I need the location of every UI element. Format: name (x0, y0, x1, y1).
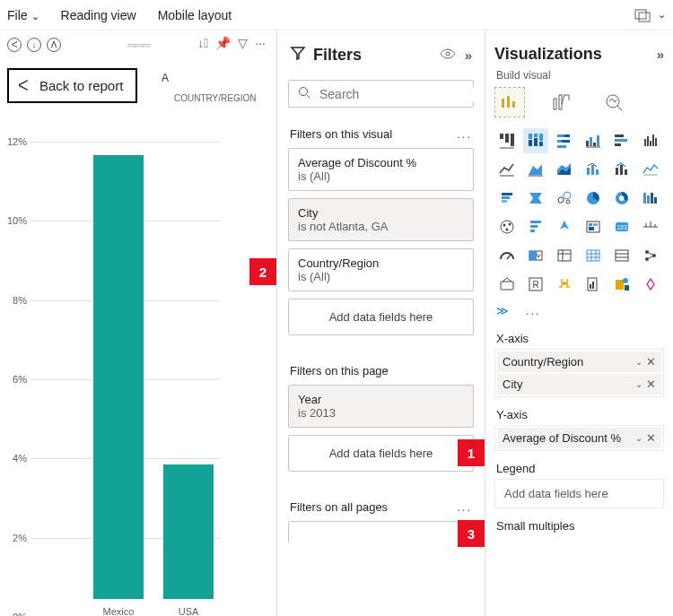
viz-type-icon[interactable] (523, 157, 548, 182)
viz-type-icon[interactable] (581, 186, 606, 211)
add-all-filter[interactable] (288, 521, 474, 543)
filter-card[interactable]: Cityis not Atlanta, GA (288, 198, 474, 241)
chevron-down-icon[interactable]: ⌄ (635, 357, 642, 367)
field-pill[interactable]: City⌄✕ (497, 374, 661, 395)
more-icon[interactable]: ... (457, 127, 472, 141)
build-visual-tab[interactable] (494, 87, 525, 117)
collapse-icon[interactable]: » (465, 48, 472, 63)
visualizations-pane: Visualizations » Build visual 123R ≫ ...… (485, 30, 673, 616)
chevron-down-icon[interactable]: ⌄ (635, 379, 642, 389)
field-pill[interactable]: Average of Discount %⌄✕ (497, 428, 661, 448)
bar[interactable] (163, 464, 214, 599)
svg-rect-19 (534, 138, 538, 146)
viz-type-icon[interactable] (494, 272, 520, 297)
pill-label: Average of Discount % (503, 431, 632, 445)
viz-type-icon[interactable] (609, 128, 634, 153)
viz-type-icon[interactable] (581, 214, 606, 239)
svg-rect-23 (564, 134, 570, 137)
menu-mobile-layout[interactable]: Mobile layout (158, 8, 232, 22)
export-icon[interactable]: ↓⃝ (197, 36, 208, 50)
svg-rect-74 (589, 223, 592, 226)
viz-type-icon[interactable] (494, 186, 520, 211)
viz-type-icon[interactable] (638, 243, 663, 268)
viz-type-icon[interactable] (494, 128, 520, 153)
viz-type-icon[interactable] (552, 214, 577, 239)
viz-type-icon[interactable] (609, 272, 634, 297)
nav-up-icon[interactable]: ᐱ (47, 38, 61, 52)
analytics-tab[interactable] (599, 87, 629, 117)
remove-icon[interactable]: ✕ (646, 431, 656, 445)
viz-type-icon[interactable] (638, 157, 663, 182)
viz-type-icon[interactable] (494, 157, 520, 182)
viz-type-icon[interactable]: R (523, 272, 548, 297)
search-input[interactable] (319, 87, 476, 101)
viz-type-icon[interactable] (638, 214, 663, 239)
bar[interactable] (93, 155, 144, 599)
viz-type-icon[interactable] (552, 157, 577, 182)
eye-icon[interactable] (440, 46, 456, 65)
viz-type-icon[interactable] (581, 243, 606, 268)
viz-type-icon[interactable] (523, 214, 548, 239)
viz-type-icon[interactable] (494, 243, 520, 268)
pin-icon[interactable]: 📌 (215, 36, 231, 50)
viz-type-icon[interactable] (494, 214, 520, 239)
yaxis-well[interactable]: Average of Discount %⌄✕ (494, 425, 664, 451)
viz-type-icon[interactable] (552, 272, 577, 297)
nav-down-icon[interactable]: ↓ (27, 38, 41, 52)
viz-type-icon[interactable] (638, 186, 663, 211)
filter-card[interactable]: Average of Discount %is (All) (288, 148, 474, 191)
more-viz-icon[interactable]: ... (526, 304, 541, 317)
legend-well[interactable]: Add data fields here (494, 479, 664, 508)
viz-type-icon[interactable] (638, 128, 663, 153)
svg-rect-30 (597, 135, 599, 146)
viz-type-icon[interactable] (581, 157, 606, 182)
bar-chart[interactable]: 0%2%4%6%8%10%12% MexicoUSA (0, 142, 220, 616)
more-icon[interactable]: ... (457, 500, 472, 514)
search-box[interactable] (288, 80, 474, 108)
top-right-icon[interactable]: ⌄ (634, 7, 666, 23)
viz-type-icon[interactable] (609, 157, 634, 182)
viz-type-icon[interactable] (609, 243, 634, 268)
viz-type-icon[interactable] (523, 186, 548, 211)
format-tab[interactable] (546, 87, 577, 117)
chevron-down-icon[interactable]: ⌄ (635, 433, 642, 443)
viz-type-icon[interactable] (552, 186, 577, 211)
remove-icon[interactable]: ✕ (646, 377, 656, 391)
remove-icon[interactable]: ✕ (646, 355, 656, 369)
filter-card[interactable]: Yearis 2013 (288, 385, 474, 428)
svg-point-66 (501, 221, 513, 233)
flow-icon[interactable]: ≫ (496, 304, 511, 317)
filter-icon[interactable]: ▽ (238, 36, 248, 50)
filter-card[interactable]: Country/Regionis (All) (288, 248, 474, 291)
viz-type-icon[interactable] (638, 272, 663, 297)
viz-type-icon[interactable] (523, 243, 548, 268)
y-tick: 2% (13, 533, 27, 543)
menu-reading-view[interactable]: Reading view (61, 8, 136, 22)
add-page-filter[interactable]: Add data fields here (288, 435, 474, 472)
viz-type-icon[interactable] (523, 128, 548, 153)
x-label: Mexico (93, 606, 144, 616)
callout-2: 2 (249, 258, 276, 285)
pill-label: City (503, 377, 632, 391)
nav-prev-icon[interactable]: ᐸ (7, 38, 22, 52)
more-icon[interactable]: ··· (255, 36, 266, 50)
search-icon (298, 86, 310, 101)
add-visual-filter[interactable]: Add data fields here (288, 299, 474, 335)
viz-type-icon[interactable] (581, 272, 606, 297)
menu-file[interactable]: File⌄ (7, 8, 39, 22)
svg-rect-6 (507, 96, 510, 108)
field-pill[interactable]: Country/Region⌄✕ (497, 351, 661, 372)
collapse-icon[interactable]: » (657, 47, 664, 62)
viz-type-icon[interactable]: 123 (609, 214, 634, 239)
svg-rect-72 (530, 230, 535, 232)
svg-rect-39 (655, 138, 657, 146)
viz-type-icon[interactable] (609, 186, 634, 211)
viz-type-icon[interactable] (552, 243, 577, 268)
viz-type-icon[interactable] (552, 128, 577, 153)
drag-handle-icon[interactable]: ═══ (127, 38, 149, 52)
xaxis-well[interactable]: Country/Region⌄✕City⌄✕ (494, 349, 664, 397)
svg-rect-64 (651, 193, 653, 204)
back-to-report-button[interactable]: ᐸ Back to report (7, 68, 137, 103)
viz-type-icon[interactable] (581, 128, 606, 153)
build-visual-label: Build visual (485, 67, 673, 83)
